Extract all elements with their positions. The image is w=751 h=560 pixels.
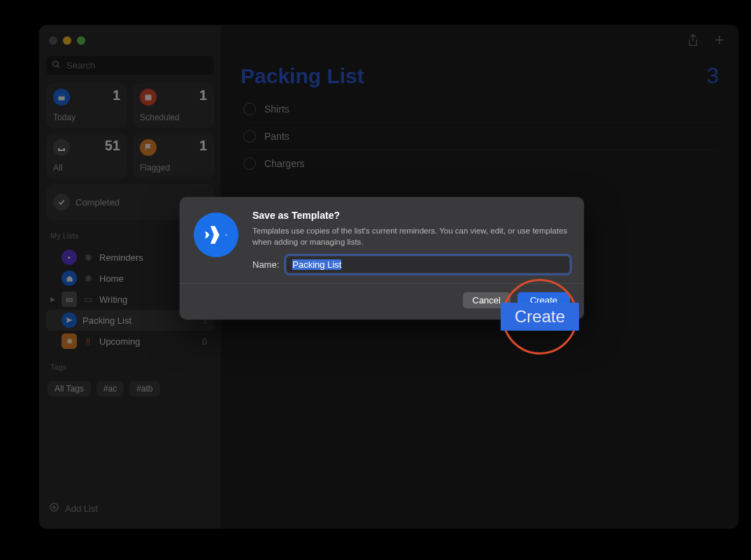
priority-icon: ‼: [83, 336, 94, 347]
tag-chip[interactable]: All Tags: [48, 381, 91, 396]
house-icon: [62, 271, 77, 286]
add-list-label: Add List: [65, 503, 98, 514]
zoom-window-dot[interactable]: [77, 36, 85, 45]
list-name: Packing List: [83, 315, 196, 326]
smart-list-today[interactable]: 1 Today: [46, 83, 127, 128]
smart-label: Flagged: [140, 163, 170, 173]
airplane-icon: [194, 213, 238, 257]
smart-count: 1: [199, 87, 207, 103]
badge-icon: ❋: [83, 273, 94, 284]
dialog-title: Save as Template?: [252, 210, 570, 221]
tag-chip[interactable]: #ac: [96, 381, 124, 396]
reminder-title: Shirts: [264, 103, 289, 115]
list-item-upcoming[interactable]: ✱ ‼ Upcoming 0: [46, 331, 214, 352]
calendar-icon: [53, 89, 70, 106]
smart-list-scheduled[interactable]: 1 Scheduled: [133, 83, 214, 128]
tags-header: Tags: [46, 357, 214, 373]
add-reminder-icon[interactable]: [713, 34, 726, 50]
asterisk-icon: ✱: [62, 333, 77, 349]
list-name: Upcoming: [99, 336, 196, 347]
bookmark-icon: ▪: [62, 250, 77, 265]
window-controls: [46, 34, 214, 50]
folder-icon: ▭: [62, 292, 77, 307]
tray-icon: [53, 139, 70, 156]
save-template-dialog: Save as Template? Templates use copies o…: [180, 197, 584, 320]
cancel-button[interactable]: Cancel: [463, 292, 510, 308]
close-window-dot[interactable]: [49, 36, 57, 45]
reminder-row[interactable]: Shirts: [243, 96, 719, 123]
list-title: Packing List: [241, 64, 364, 88]
minimize-window-dot[interactable]: [63, 36, 71, 45]
smart-list-all[interactable]: 51 All: [46, 134, 127, 178]
smart-count: 1: [199, 138, 207, 154]
smart-count: 1: [113, 87, 120, 103]
checkmark-icon: [53, 194, 70, 210]
badge-icon: ❋: [83, 252, 94, 263]
reminder-row[interactable]: Pants: [243, 123, 719, 150]
smart-label: All: [53, 163, 62, 173]
share-icon[interactable]: [687, 34, 699, 50]
reminder-row[interactable]: Chargers: [243, 150, 719, 177]
display-icon: ▭: [83, 294, 94, 305]
smart-list-flagged[interactable]: 1 Flagged: [133, 134, 214, 178]
reminder-title: Chargers: [264, 158, 305, 169]
flag-icon: [140, 139, 157, 156]
list-count: 0: [202, 336, 210, 347]
smart-label: Today: [53, 113, 76, 122]
template-name-input[interactable]: [286, 256, 570, 273]
svg-rect-3: [59, 95, 65, 97]
complete-radio[interactable]: [243, 157, 256, 170]
chevron-right-icon[interactable]: ▶: [50, 296, 56, 303]
svg-line-1: [57, 66, 59, 68]
search-icon: [52, 60, 61, 71]
add-list-button[interactable]: Add List: [46, 496, 214, 520]
svg-rect-4: [145, 95, 152, 101]
dialog-description: Templates use copies of the list's curre…: [252, 225, 570, 247]
calendar-icon: [140, 89, 157, 106]
tag-chip[interactable]: #atb: [129, 381, 159, 396]
complete-radio[interactable]: [243, 130, 256, 143]
reminder-title: Pants: [264, 131, 289, 142]
search-input[interactable]: [65, 59, 208, 71]
smart-count: 51: [105, 138, 120, 154]
complete-radio[interactable]: [243, 103, 256, 115]
search-field[interactable]: [46, 56, 214, 75]
plus-circle-icon: [49, 502, 59, 515]
smart-label: Scheduled: [140, 113, 180, 122]
smart-label: Completed: [76, 197, 120, 208]
list-total-count: 3: [706, 63, 719, 89]
name-label: Name:: [252, 259, 279, 270]
airplane-icon: [62, 313, 77, 328]
svg-point-0: [53, 61, 59, 66]
create-button[interactable]: Create: [517, 292, 570, 308]
